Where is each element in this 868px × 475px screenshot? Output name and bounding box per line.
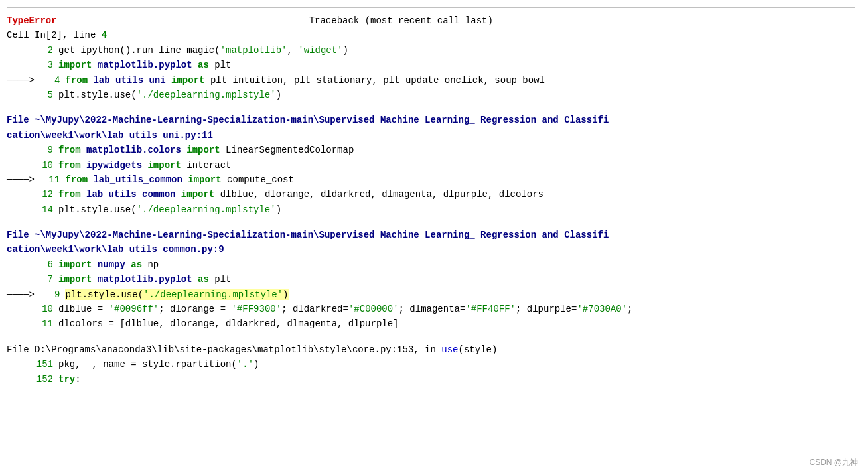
no-arrow [7, 316, 33, 331]
code-content: import numpy as np [58, 257, 159, 272]
watermark: CSDN @九神 [809, 457, 858, 468]
code-line-2-9: 9 from matplotlib.colors import LinearSe… [7, 143, 855, 157]
code-line-2-11-arrow: ────> 11 from lab_utils_common import co… [7, 172, 855, 187]
code-line-3-6: 6 import numpy as np [7, 257, 855, 272]
code-line-1-4-arrow: ────> 4 from lab_utils_uni import plt_in… [7, 73, 855, 88]
file-path-text: File ~\MyJupy\2022-Machine-Learning-Spec… [7, 113, 609, 127]
file-path-3: File D:\Programs\anaconda3\lib\site-pack… [7, 342, 855, 357]
traceback-text: Traceback (most recent call last) [309, 13, 493, 28]
file-path-text-3: File ~\MyJupy\2022-Machine-Learning-Spec… [7, 228, 609, 242]
line-num: 10 [33, 302, 53, 316]
gap3 [7, 332, 855, 342]
cell-info: Cell In[2], line 4 [7, 28, 107, 42]
code-content-highlighted: plt.style.use('./deeplearning.mplstyle') [65, 287, 288, 302]
code-line-1-5: 5 plt.style.use('./deeplearning.mplstyle… [7, 88, 855, 102]
arrow-indicator: ────> [7, 172, 40, 187]
line-num: 4 [40, 73, 60, 88]
file-path-2: File ~\MyJupy\2022-Machine-Learning-Spec… [7, 228, 855, 242]
no-arrow [7, 202, 33, 217]
line-num: 12 [33, 187, 53, 202]
code-line-3-11: 11 dlcolors = [dlblue, dlorange, dldarkr… [7, 316, 855, 331]
line-num: 9 [40, 287, 60, 302]
code-line-3-9-arrow: ────> 9 plt.style.use('./deeplearning.mp… [7, 287, 855, 302]
code-line-2-14: 14 plt.style.use('./deeplearning.mplstyl… [7, 202, 855, 217]
file-path-text-5: File D:\Programs\anaconda3\lib\site-pack… [7, 342, 497, 357]
code-line-4-151: 151 pkg, _, name = style.rpartition('.') [7, 357, 855, 372]
code-line-1-2: 2 get_ipython().run_line_magic('matplotl… [7, 43, 855, 58]
code-content: dlcolors = [dlblue, dlorange, dldarkred,… [58, 316, 398, 331]
line-num: 10 [33, 158, 53, 172]
cell-info-line: Cell In[2], line 4 [7, 28, 855, 42]
no-arrow [7, 302, 33, 316]
code-content: plt.style.use('./deeplearning.mplstyle') [58, 202, 281, 217]
code-content: get_ipython().run_line_magic('matplotlib… [58, 43, 348, 58]
code-line-1-3: 3 import matplotlib.pyplot as plt [7, 58, 855, 72]
gap2 [7, 217, 855, 228]
line-num: 11 [33, 316, 53, 331]
code-content: import matplotlib.pyplot as plt [58, 58, 231, 72]
code-line-4-152: 152 try: [7, 372, 855, 387]
line-num: 2 [33, 43, 53, 58]
file-path-text-4: cation\week1\work\lab_utils_common.py:9 [7, 242, 224, 257]
line-num: 151 [33, 357, 53, 372]
arrow-indicator: ────> [7, 287, 40, 302]
code-content: from matplotlib.colors import LinearSegm… [58, 143, 354, 157]
no-arrow [7, 257, 33, 272]
no-arrow [7, 372, 33, 387]
error-header-line: TypeError Traceback (most recent call la… [7, 13, 855, 28]
code-content: import matplotlib.pyplot as plt [58, 272, 231, 287]
code-content: from lab_utils_uni import plt_intuition,… [65, 73, 545, 88]
error-type: TypeError [7, 13, 57, 28]
no-arrow [7, 143, 33, 157]
file-path-1b: cation\week1\work\lab_utils_uni.py:11 [7, 128, 855, 143]
line-num: 5 [33, 88, 53, 102]
line-num: 3 [33, 58, 53, 72]
no-arrow [7, 357, 33, 372]
line-num: 6 [33, 257, 53, 272]
line-num: 9 [33, 143, 53, 157]
error-container: TypeError Traceback (most recent call la… [0, 0, 868, 393]
no-arrow [7, 43, 33, 58]
code-content: from ipywidgets import interact [58, 158, 231, 172]
code-content: plt.style.use('./deeplearning.mplstyle') [58, 88, 281, 102]
no-arrow [7, 272, 33, 287]
gap1 [7, 102, 855, 113]
line-num: 7 [33, 272, 53, 287]
no-arrow [7, 158, 33, 172]
code-line-2-12: 12 from lab_utils_common import dlblue, … [7, 187, 855, 202]
file-path-1: File ~\MyJupy\2022-Machine-Learning-Spec… [7, 113, 855, 127]
no-arrow [7, 58, 33, 72]
code-content: from lab_utils_common import dlblue, dlo… [58, 187, 543, 202]
code-content: pkg, _, name = style.rpartition('.') [58, 357, 259, 372]
file-path-2b: cation\week1\work\lab_utils_common.py:9 [7, 242, 855, 257]
arrow-indicator: ────> [7, 73, 40, 88]
code-line-2-10: 10 from ipywidgets import interact [7, 158, 855, 172]
top-separator [7, 7, 855, 8]
no-arrow [7, 187, 33, 202]
code-content: dlblue = '#0096ff'; dlorange = '#FF9300'… [58, 302, 632, 316]
line-num: 152 [33, 372, 53, 387]
code-content: from lab_utils_common import compute_cos… [65, 172, 293, 187]
code-line-3-7: 7 import matplotlib.pyplot as plt [7, 272, 855, 287]
no-arrow [7, 88, 33, 102]
code-content: try: [58, 372, 81, 387]
file-path-text-2: cation\week1\work\lab_utils_uni.py:11 [7, 128, 213, 143]
line-num: 14 [33, 202, 53, 217]
code-line-3-10: 10 dlblue = '#0096ff'; dlorange = '#FF93… [7, 302, 855, 316]
line-num: 11 [40, 172, 60, 187]
